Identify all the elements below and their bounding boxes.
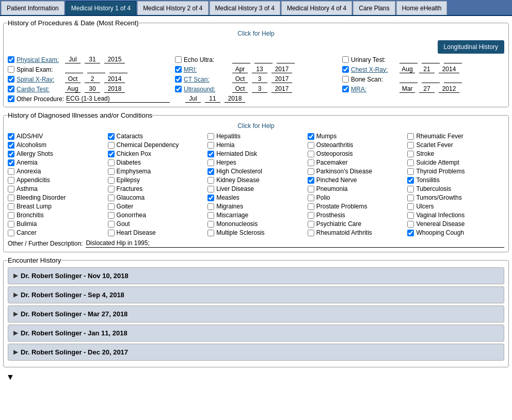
tab-bar: Patient InformationMedical History 1 of … <box>0 0 512 16</box>
illness-checkbox-ulcers[interactable] <box>407 203 414 210</box>
illness-checkbox-multiple-sclerosis[interactable] <box>207 230 214 236</box>
illness-checkbox-bleeding-disorder[interactable] <box>8 195 14 201</box>
proc-mra-checkbox[interactable] <box>342 86 349 92</box>
proc-spinal-xray-label[interactable]: Spinal X-Ray: <box>17 76 63 83</box>
illness-checkbox-miscarriage[interactable] <box>207 212 214 219</box>
illness-checkbox-gout[interactable] <box>108 221 115 228</box>
illness-checkbox-fractures[interactable] <box>108 186 115 192</box>
proc-mri-label[interactable]: MRI: <box>184 66 230 73</box>
tab-med-hist-2[interactable]: Medical History 2 of 4 <box>137 1 208 15</box>
illness-checkbox-glaucoma[interactable] <box>108 195 115 201</box>
encounter-item-enc-4[interactable]: ▶Dr. Robert Solinger - Jan 11, 2018 <box>8 325 504 342</box>
proc-other-checkbox[interactable] <box>8 95 14 102</box>
proc-mra-label[interactable]: MRA: <box>351 86 397 93</box>
illness-checkbox-hepatitis[interactable] <box>207 133 214 140</box>
proc-ct-scan-checkbox[interactable] <box>175 76 182 83</box>
illness-checkbox-rheumatic-fever[interactable] <box>407 133 414 140</box>
illness-checkbox-rheumatoid-arthritis[interactable] <box>308 230 314 236</box>
illness-checkbox-bronchitis[interactable] <box>8 212 14 219</box>
illness-checkbox-psychiatric-care[interactable] <box>308 221 314 228</box>
illness-checkbox-tumors-growths[interactable] <box>407 195 414 201</box>
illness-checkbox-chicken-pox[interactable] <box>108 151 115 157</box>
illness-checkbox-thyroid-problems[interactable] <box>407 168 414 175</box>
illness-checkbox-diabetes[interactable] <box>108 159 115 166</box>
proc-urinary-test-checkbox[interactable] <box>342 56 349 63</box>
encounter-item-enc-2[interactable]: ▶Dr. Robert Solinger - Sep 4, 2018 <box>8 286 504 303</box>
illness-checkbox-mumps[interactable] <box>308 133 314 140</box>
illness-checkbox-epilepsy[interactable] <box>108 177 115 184</box>
encounter-item-enc-5[interactable]: ▶Dr. Robert Solinger - Dec 20, 2017 <box>8 344 504 361</box>
encounter-item-enc-3[interactable]: ▶Dr. Robert Solinger - Mar 27, 2018 <box>8 305 504 322</box>
proc-other-value: ECG (1-3 Lead) <box>66 95 170 103</box>
illness-checkbox-vaginal-infections[interactable] <box>407 212 414 219</box>
illness-checkbox-appendicitis[interactable] <box>8 177 14 184</box>
illness-checkbox-osteoporosis[interactable] <box>308 151 314 157</box>
proc-chest-xray-label[interactable]: Chest X-Ray: <box>351 66 397 73</box>
proc-mri-checkbox[interactable] <box>175 66 182 73</box>
tab-med-hist-4[interactable]: Medical History 4 of 4 <box>281 1 352 15</box>
proc-ct-scan-label[interactable]: CT Scan: <box>184 76 230 83</box>
illness-checkbox-cancer[interactable] <box>8 230 14 236</box>
illness-checkbox-venereal-disease[interactable] <box>407 221 414 228</box>
illness-checkbox-asthma[interactable] <box>8 186 14 192</box>
proc-chest-xray-checkbox[interactable] <box>342 66 349 73</box>
illness-checkbox-anemia[interactable] <box>8 159 14 166</box>
procedures-click-help[interactable]: Click for Help <box>8 30 504 37</box>
illness-checkbox-scarlet-fever[interactable] <box>407 142 414 149</box>
tab-home-ehealth[interactable]: Home eHealth <box>396 1 447 15</box>
proc-cardio-test-label[interactable]: Cardio Test: <box>17 86 63 93</box>
illness-checkbox-liver-disease[interactable] <box>207 186 214 192</box>
illness-checkbox-breast-lump[interactable] <box>8 203 14 210</box>
proc-physical-exam-checkbox[interactable] <box>8 56 14 63</box>
illness-checkbox-anorexia[interactable] <box>8 168 14 175</box>
illness-checkbox-herpes[interactable] <box>207 159 214 166</box>
illness-checkbox-chemical-dependency[interactable] <box>108 142 115 149</box>
illness-checkbox-whooping-cough[interactable] <box>407 230 414 236</box>
illness-checkbox-bulimia[interactable] <box>8 221 14 228</box>
proc-spinal-xray-checkbox[interactable] <box>8 76 14 83</box>
illness-checkbox-stroke[interactable] <box>407 151 414 157</box>
illness-checkbox-alcoholism[interactable] <box>8 142 14 149</box>
scroll-down-arrow[interactable]: ▼ <box>3 371 509 383</box>
illness-checkbox-polio[interactable] <box>308 195 314 201</box>
proc-physical-exam-label[interactable]: Physical Exam: <box>17 56 63 63</box>
illness-checkbox-tuberculosis[interactable] <box>407 186 414 192</box>
illness-checkbox-mononucleosis[interactable] <box>207 221 214 228</box>
tab-med-hist-1[interactable]: Medical History 1 of 4 <box>66 1 136 15</box>
tab-patient-info[interactable]: Patient Information <box>1 1 65 15</box>
proc-ultrasound-checkbox[interactable] <box>175 86 182 92</box>
tab-care-plans[interactable]: Care Plans <box>353 1 395 15</box>
illness-checkbox-osteoarthritis[interactable] <box>308 142 314 149</box>
illness-checkbox-aids-hiv[interactable] <box>8 133 14 140</box>
proc-ultrasound-label[interactable]: Ultrasound: <box>184 86 230 93</box>
illness-checkbox-emphysema[interactable] <box>108 168 115 175</box>
proc-bone-scan-checkbox[interactable] <box>342 76 349 83</box>
longitudinal-history-button[interactable]: Longitudinal History <box>438 40 504 54</box>
illness-checkbox-parkinsons[interactable] <box>308 168 314 175</box>
tab-med-hist-3[interactable]: Medical History 3 of 4 <box>210 1 280 15</box>
illness-checkbox-goiter[interactable] <box>108 203 115 210</box>
illness-checkbox-heart-disease[interactable] <box>108 230 115 236</box>
proc-spinal-exam-checkbox[interactable] <box>8 66 14 73</box>
illnesses-click-help[interactable]: Click for Help <box>8 122 504 130</box>
mra-year: 2012 <box>439 85 459 93</box>
illness-checkbox-gonorrhea[interactable] <box>108 212 115 219</box>
illness-checkbox-hernia[interactable] <box>207 142 214 149</box>
illness-checkbox-pneumonia[interactable] <box>308 186 314 192</box>
illness-checkbox-prosthesis[interactable] <box>308 212 314 219</box>
proc-echo-ultra-checkbox[interactable] <box>175 56 182 63</box>
illness-checkbox-migraines[interactable] <box>207 203 214 210</box>
proc-cardio-test-checkbox[interactable] <box>8 86 14 92</box>
illness-checkbox-measles[interactable] <box>207 195 214 201</box>
illness-checkbox-cataracts[interactable] <box>108 133 115 140</box>
illness-checkbox-tonsilitis[interactable] <box>407 177 414 184</box>
illness-checkbox-kidney-disease[interactable] <box>207 177 214 184</box>
illness-checkbox-pinched-nerve[interactable] <box>308 177 314 184</box>
illness-checkbox-allergy-shots[interactable] <box>8 151 14 157</box>
illness-checkbox-pacemaker[interactable] <box>308 159 314 166</box>
illness-checkbox-herniated-disk[interactable] <box>207 151 214 157</box>
encounter-item-enc-1[interactable]: ▶Dr. Robert Solinger - Nov 10, 2018 <box>8 267 504 284</box>
illness-checkbox-prostate-problems[interactable] <box>308 203 314 210</box>
illness-checkbox-suicide-attempt[interactable] <box>407 159 414 166</box>
illness-checkbox-high-cholesterol[interactable] <box>207 168 214 175</box>
